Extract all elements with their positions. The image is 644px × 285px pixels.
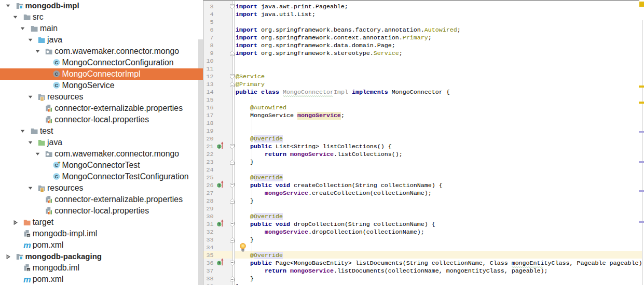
svg-text:C: C xyxy=(54,163,58,168)
svg-text:C: C xyxy=(54,60,58,65)
svg-text:C: C xyxy=(54,83,58,88)
svg-text:C: C xyxy=(54,174,58,179)
svg-text:m: m xyxy=(23,241,31,249)
svg-text:C: C xyxy=(54,72,58,77)
svg-text:m: m xyxy=(23,276,31,283)
